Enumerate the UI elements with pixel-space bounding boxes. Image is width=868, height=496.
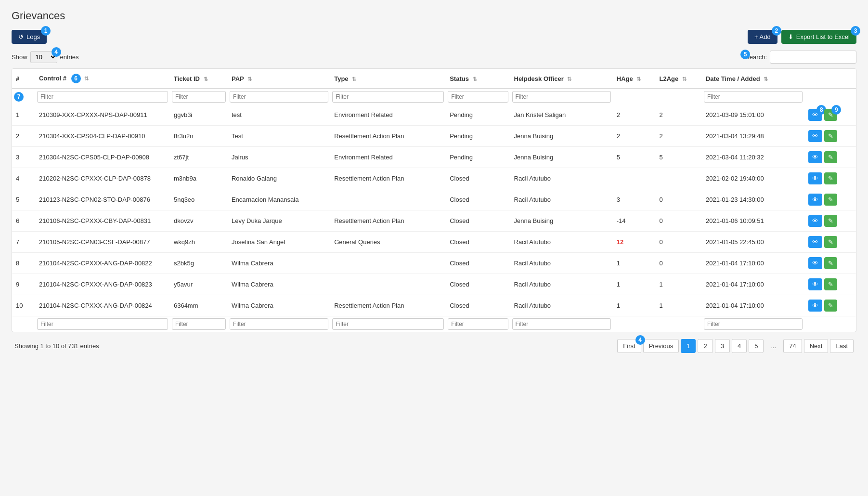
edit-button[interactable]: ✎ — [824, 257, 837, 269]
cell-hage: 1 — [613, 253, 656, 274]
sort-icon-date[interactable]: ⇅ — [764, 76, 768, 82]
cell-l2age: 0 — [656, 232, 702, 253]
page-4-button[interactable]: 4 — [732, 339, 747, 353]
page-3-button[interactable]: 3 — [715, 339, 730, 353]
cell-l2age: 1 — [656, 274, 702, 295]
logs-badge: 1 — [41, 26, 51, 36]
cell-l2age: 0 — [656, 210, 702, 232]
cell-l2age: 5 — [656, 147, 702, 168]
col-header-ticket[interactable]: Ticket ID ⇅ — [170, 69, 228, 89]
sort-icon-pap[interactable]: ⇅ — [247, 76, 252, 82]
cell-num: 8 — [12, 253, 35, 274]
filter-officer-input-top[interactable] — [512, 91, 611, 103]
filter-date-input-top[interactable] — [704, 91, 803, 103]
edit-button[interactable]: ✎ — [824, 300, 837, 312]
view-button[interactable]: 👁 — [808, 300, 822, 312]
cell-control: 210123-N2SC-CPN02-STO-DAP-00876 — [35, 189, 170, 210]
filter-ticket-input-top[interactable] — [172, 91, 226, 103]
edit-button[interactable]: ✎ — [824, 194, 837, 206]
page-next-button[interactable]: Next — [804, 339, 829, 353]
filter-date-bottom — [702, 316, 804, 332]
page-last-button[interactable]: Last — [830, 339, 854, 353]
sort-icon-ticket[interactable]: ⇅ — [204, 76, 208, 82]
pagination: Showing 1 to 10 of 731 entries First 4 P… — [12, 332, 856, 355]
cell-hage — [613, 168, 656, 189]
col-header-status[interactable]: Status ⇅ — [446, 69, 510, 89]
edit-button[interactable]: ✎ 9 — [824, 109, 837, 121]
add-button[interactable]: + Add 2 — [748, 30, 777, 44]
col-header-type[interactable]: Type ⇅ — [330, 69, 446, 89]
page-2-button[interactable]: 2 — [698, 339, 713, 353]
view-button[interactable]: 👁 — [808, 278, 822, 290]
table-header-row: # Control # 6 ⇅ Ticket ID ⇅ PAP ⇅ Type ⇅… — [12, 69, 856, 89]
filter-officer-bottom — [510, 316, 613, 332]
col-badge: 6 — [71, 74, 81, 83]
col-header-hage[interactable]: HAge ⇅ — [613, 69, 656, 89]
cell-officer: Racil Atutubo — [510, 295, 613, 316]
cell-action: 👁 ✎ — [804, 295, 856, 316]
filter-type-input-bottom[interactable] — [332, 318, 444, 330]
filter-type-bottom — [330, 316, 446, 332]
view-button[interactable]: 👁 — [808, 151, 822, 163]
sort-icon-type[interactable]: ⇅ — [352, 76, 356, 82]
filter-row-top: 7 — [12, 89, 856, 104]
filter-status-input-top[interactable] — [448, 91, 508, 103]
pagination-info: Showing 1 to 10 of 731 entries — [14, 342, 99, 350]
view-button[interactable]: 👁 — [808, 172, 822, 184]
filter-control-input-top[interactable] — [37, 91, 168, 103]
cell-action: 👁 8 ✎ 9 — [804, 104, 856, 126]
logs-button[interactable]: ↺ Logs 1 — [12, 30, 47, 44]
filter-date-input-bottom[interactable] — [704, 318, 803, 330]
sort-icon-hage[interactable]: ⇅ — [636, 76, 641, 82]
entries-search-bar: Show 10 25 50 100 4 entries Search: 5 — [12, 51, 856, 64]
col-header-date[interactable]: Date Time / Added ⇅ — [702, 69, 804, 89]
cell-officer: Jenna Buising — [510, 210, 613, 232]
cell-num: 10 — [12, 295, 35, 316]
view-button[interactable]: 👁 — [808, 130, 822, 142]
filter-pap-input-bottom[interactable] — [230, 318, 328, 330]
filter-status-input-bottom[interactable] — [448, 318, 508, 330]
edit-button[interactable]: ✎ — [824, 236, 837, 248]
cell-l2age — [656, 168, 702, 189]
cell-officer: Racil Atutubo — [510, 253, 613, 274]
filter-officer-top — [510, 89, 613, 104]
edit-button[interactable]: ✎ — [824, 278, 837, 290]
edit-button[interactable]: ✎ — [824, 130, 837, 142]
page-1-button[interactable]: 1 — [681, 339, 696, 353]
view-button[interactable]: 👁 — [808, 194, 822, 206]
sort-icon-officer[interactable]: ⇅ — [567, 76, 571, 82]
view-button[interactable]: 👁 — [808, 257, 822, 269]
cell-hage: -14 — [613, 210, 656, 232]
export-button[interactable]: ⬇ Export List to Excel 3 — [781, 30, 856, 44]
filter-ticket-input-bottom[interactable] — [172, 318, 226, 330]
cell-officer: Jenna Buising — [510, 126, 613, 147]
page-previous-button[interactable]: Previous — [643, 339, 679, 353]
col-header-pap[interactable]: PAP ⇅ — [228, 69, 330, 89]
filter-pap-input-top[interactable] — [230, 91, 328, 103]
page-74-button[interactable]: 74 — [783, 339, 802, 353]
view-button[interactable]: 👁 — [808, 236, 822, 248]
filter-officer-input-bottom[interactable] — [512, 318, 611, 330]
cell-date: 2021-01-05 22:45:00 — [702, 232, 804, 253]
sort-icon-status[interactable]: ⇅ — [473, 76, 477, 82]
view-button[interactable]: 👁 8 — [808, 109, 822, 121]
cell-pap: Levy Duka Jarque — [228, 210, 330, 232]
col-header-control[interactable]: Control # 6 ⇅ — [35, 69, 170, 89]
cell-date: 2021-02-02 19:40:00 — [702, 168, 804, 189]
col-header-officer[interactable]: Helpdesk Officer ⇅ — [510, 69, 613, 89]
edit-button[interactable]: ✎ — [824, 172, 837, 184]
edit-button[interactable]: ✎ — [824, 151, 837, 163]
search-input[interactable] — [770, 51, 856, 64]
filter-type-input-top[interactable] — [332, 91, 444, 103]
col-header-l2age[interactable]: L2Age ⇅ — [656, 69, 702, 89]
view-button[interactable]: 👁 — [808, 215, 822, 227]
cell-ticket: ggvb3i — [170, 104, 228, 126]
edit-button[interactable]: ✎ — [824, 215, 837, 227]
sort-icon-l2age[interactable]: ⇅ — [682, 76, 687, 82]
sort-icon-control[interactable]: ⇅ — [84, 76, 89, 81]
page-5-button[interactable]: 5 — [749, 339, 764, 353]
cell-action: 👁 ✎ — [804, 126, 856, 147]
cell-date: 2021-03-04 11:20:32 — [702, 147, 804, 168]
cell-action: 👁 ✎ — [804, 232, 856, 253]
filter-control-input-bottom[interactable] — [37, 318, 168, 330]
